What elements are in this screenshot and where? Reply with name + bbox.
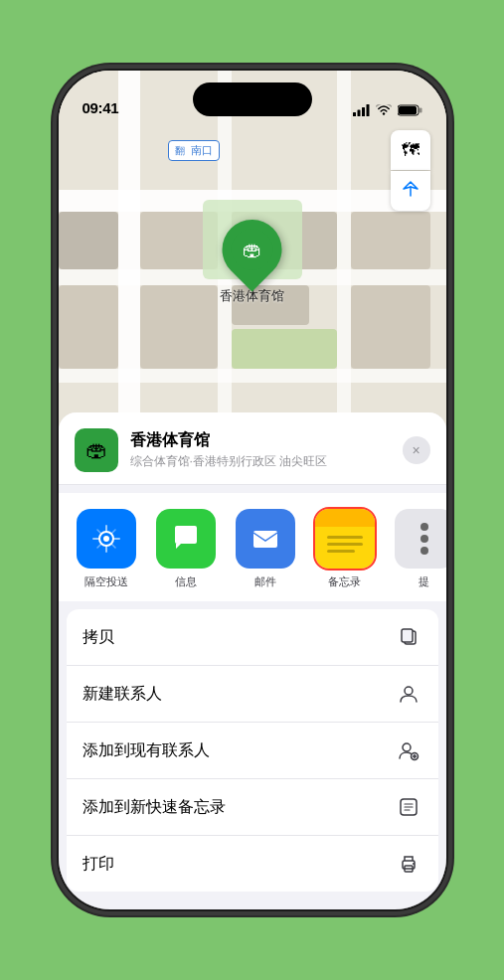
svg-rect-2	[362, 107, 365, 116]
message-label: 信息	[175, 574, 197, 589]
venue-subtitle: 综合体育馆·香港特别行政区 油尖旺区	[130, 453, 391, 470]
venue-stadium-icon: 🏟	[85, 437, 107, 463]
dynamic-island	[193, 82, 312, 116]
share-item-mail[interactable]: 邮件	[226, 509, 305, 589]
venue-name: 香港体育馆	[130, 430, 391, 451]
action-add-to-contact[interactable]: 添加到现有联系人	[67, 723, 438, 779]
add-contact-icon	[395, 736, 422, 764]
svg-point-29	[405, 687, 413, 695]
status-icons	[353, 104, 422, 116]
svg-rect-28	[402, 629, 413, 642]
action-add-quick-note[interactable]: 添加到新快速备忘录	[67, 779, 438, 836]
svg-rect-20	[232, 329, 337, 369]
svg-rect-5	[399, 106, 417, 114]
svg-rect-19	[59, 212, 118, 269]
signal-icon	[353, 104, 370, 116]
message-icon	[156, 509, 216, 569]
svg-rect-6	[420, 108, 422, 113]
svg-rect-16	[140, 285, 218, 369]
venue-info: 香港体育馆 综合体育馆·香港特别行政区 油尖旺区	[130, 430, 391, 470]
close-icon: ×	[412, 442, 420, 458]
svg-rect-18	[351, 212, 430, 269]
map-location-label: 翻 南口	[168, 140, 220, 161]
svg-rect-22	[59, 285, 118, 369]
map-pin: 🏟 香港体育馆	[220, 220, 284, 305]
svg-rect-21	[351, 285, 430, 369]
mail-icon	[236, 509, 295, 569]
location-arrow-icon	[402, 180, 420, 203]
print-label: 打印	[83, 854, 114, 875]
notes-label: 备忘录	[328, 574, 361, 589]
action-new-contact[interactable]: 新建联系人	[67, 666, 438, 723]
close-button[interactable]: ×	[403, 436, 430, 464]
svg-rect-26	[253, 531, 277, 548]
add-contact-label: 添加到现有联系人	[83, 740, 210, 761]
print-icon	[395, 850, 422, 878]
more-label: 提	[419, 574, 429, 589]
stadium-icon: 🏟	[243, 239, 262, 261]
svg-rect-10	[59, 369, 446, 383]
svg-point-25	[103, 536, 109, 542]
map-layers-button[interactable]: 🗺	[391, 130, 430, 170]
map-controls[interactable]: 🗺	[391, 130, 430, 211]
phone-frame: 09:41	[59, 71, 446, 909]
quick-note-icon	[395, 793, 422, 821]
pin-inner: 🏟	[232, 229, 273, 270]
airdrop-label: 隔空投送	[84, 574, 128, 589]
copy-label: 拷贝	[83, 627, 114, 648]
action-list: 拷贝 新建联系人 添	[67, 609, 438, 892]
action-copy[interactable]: 拷贝	[67, 609, 438, 666]
share-row: 隔空投送 信息 邮件	[59, 493, 446, 601]
share-item-message[interactable]: 信息	[146, 509, 226, 589]
svg-point-30	[403, 743, 411, 751]
share-item-more[interactable]: 提	[385, 509, 446, 589]
sheet-header: 🏟 香港体育馆 综合体育馆·香港特别行政区 油尖旺区 ×	[59, 412, 446, 485]
notes-icon	[315, 509, 375, 569]
pin-circle: 🏟	[210, 208, 294, 292]
venue-icon: 🏟	[75, 428, 118, 472]
copy-icon	[395, 623, 422, 651]
status-time: 09:41	[83, 99, 119, 116]
share-item-airdrop[interactable]: 隔空投送	[67, 509, 146, 589]
share-item-notes[interactable]: 备忘录	[305, 509, 385, 589]
svg-rect-0	[353, 112, 356, 116]
svg-rect-1	[357, 110, 360, 117]
wifi-icon	[376, 104, 392, 116]
battery-icon	[398, 104, 422, 116]
more-icon	[395, 509, 446, 569]
quick-note-label: 添加到新快速备忘录	[83, 797, 226, 818]
map-location-button[interactable]	[391, 171, 430, 211]
airdrop-icon	[77, 509, 136, 569]
mail-label: 邮件	[254, 574, 276, 589]
new-contact-label: 新建联系人	[83, 684, 162, 705]
map-layers-icon: 🗺	[402, 140, 420, 161]
svg-rect-3	[366, 104, 369, 116]
new-contact-icon	[395, 680, 422, 708]
action-print[interactable]: 打印	[67, 836, 438, 892]
bottom-sheet: 🏟 香港体育馆 综合体育馆·香港特别行政区 油尖旺区 ×	[59, 412, 446, 909]
svg-point-35	[413, 863, 415, 865]
